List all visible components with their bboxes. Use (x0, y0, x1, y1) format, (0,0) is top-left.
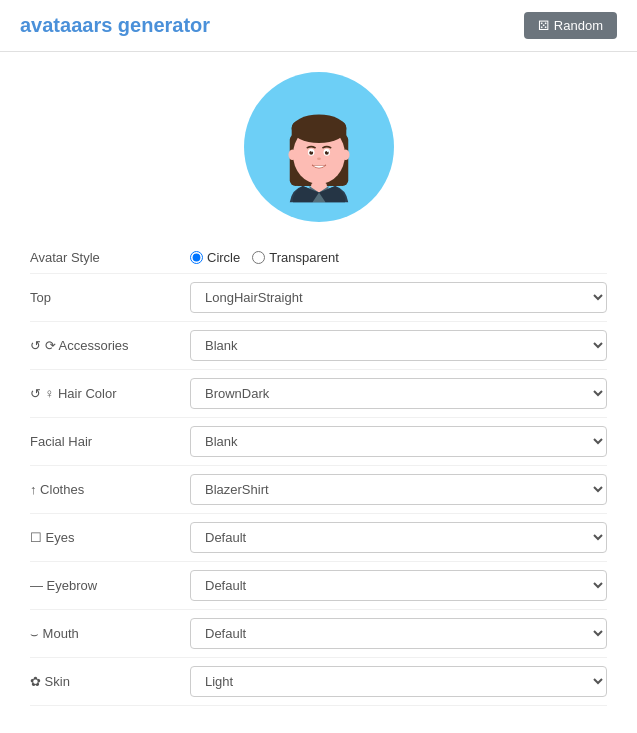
facial-hair-label: Facial Hair (30, 434, 190, 449)
avatar-preview-container (0, 52, 637, 232)
style-transparent-option[interactable]: Transparent (252, 250, 339, 265)
hair-color-row: ↺ ♀ Hair ColorAuburnBlackBlondeBlondeGol… (30, 370, 607, 418)
avatar-style-label: Avatar Style (30, 250, 190, 265)
eyebrow-value: DefaultAngryAngryNaturalDefaultNaturalFl… (190, 570, 607, 601)
svg-point-10 (311, 151, 312, 152)
hair-color-label: ↺ ♀ Hair Color (30, 386, 190, 401)
style-transparent-label: Transparent (269, 250, 339, 265)
top-value: LongHairStraightLongHairCurlyShortHairSh… (190, 282, 607, 313)
facial-hair-value: BlankBeardMediumBeardLightBeardMagesticM… (190, 426, 607, 457)
random-button-label: Random (554, 18, 603, 33)
eyebrow-select[interactable]: DefaultAngryAngryNaturalDefaultNaturalFl… (190, 570, 607, 601)
clothes-row: ↑ ClothesBlazerShirtBlazerSweaterCollarS… (30, 466, 607, 514)
style-transparent-radio[interactable] (252, 251, 265, 264)
avatar-style-row: Avatar Style Circle Transparent (30, 242, 607, 274)
mouth-value: DefaultConcernedDisbeliefEatingGrimaceSa… (190, 618, 607, 649)
mouth-select[interactable]: DefaultConcernedDisbeliefEatingGrimaceSa… (190, 618, 607, 649)
eyes-label: ☐ Eyes (30, 530, 190, 545)
skin-label: ✿ Skin (30, 674, 190, 689)
eyes-value: DefaultCloseCryDizzyEyeRollHappyHeartsSi… (190, 522, 607, 553)
svg-point-13 (288, 150, 296, 160)
style-circle-label: Circle (207, 250, 240, 265)
style-circle-radio[interactable] (190, 251, 203, 264)
mouth-row: ⌣ MouthDefaultConcernedDisbeliefEatingGr… (30, 610, 607, 658)
eyebrow-label: — Eyebrow (30, 578, 190, 593)
controls-container: Avatar Style Circle Transparent TopLongH… (0, 232, 637, 726)
top-label: Top (30, 290, 190, 305)
svg-point-12 (317, 157, 321, 160)
app-title: avataaars generator (20, 14, 210, 37)
eyes-select[interactable]: DefaultCloseCryDizzyEyeRollHappyHeartsSi… (190, 522, 607, 553)
clothes-label: ↑ Clothes (30, 482, 190, 497)
avatar-svg (254, 82, 384, 212)
hair-color-select[interactable]: AuburnBlackBlondeBlondeGoldenBrownBrownD… (190, 378, 607, 409)
dice-icon: ⚄ (538, 18, 549, 33)
clothes-value: BlazerShirtBlazerSweaterCollarSweaterGra… (190, 474, 607, 505)
accessories-label: ↺ ⟳ Accessories (30, 338, 190, 353)
hair-color-value: AuburnBlackBlondeBlondeGoldenBrownBrownD… (190, 378, 607, 409)
accessories-value: BlankKurtPrescription01Prescription02Rou… (190, 330, 607, 361)
top-select[interactable]: LongHairStraightLongHairCurlyShortHairSh… (190, 282, 607, 313)
header: avataaars generator ⚄ Random (0, 0, 637, 52)
svg-point-8 (309, 151, 313, 155)
skin-row: ✿ SkinTannedYellowPaleLightBrownDarkBrow… (30, 658, 607, 706)
svg-point-9 (324, 151, 328, 155)
facial-hair-row: Facial HairBlankBeardMediumBeardLightBea… (30, 418, 607, 466)
avatar-style-options: Circle Transparent (190, 250, 607, 265)
eyes-row: ☐ EyesDefaultCloseCryDizzyEyeRollHappyHe… (30, 514, 607, 562)
footer-note: More options coming soon, subscribe for … (0, 726, 637, 733)
style-circle-option[interactable]: Circle (190, 250, 240, 265)
eyebrow-row: — EyebrowDefaultAngryAngryNaturalDefault… (30, 562, 607, 610)
random-button[interactable]: ⚄ Random (524, 12, 617, 39)
clothes-select[interactable]: BlazerShirtBlazerSweaterCollarSweaterGra… (190, 474, 607, 505)
skin-select[interactable]: TannedYellowPaleLightBrownDarkBrownBlack (190, 666, 607, 697)
skin-value: TannedYellowPaleLightBrownDarkBrownBlack (190, 666, 607, 697)
avatar-circle (244, 72, 394, 222)
svg-point-11 (326, 151, 327, 152)
svg-point-14 (341, 150, 349, 160)
accessories-select[interactable]: BlankKurtPrescription01Prescription02Rou… (190, 330, 607, 361)
accessories-row: ↺ ⟳ AccessoriesBlankKurtPrescription01Pr… (30, 322, 607, 370)
dynamic-control-rows: TopLongHairStraightLongHairCurlyShortHai… (30, 274, 607, 706)
top-row: TopLongHairStraightLongHairCurlyShortHai… (30, 274, 607, 322)
facial-hair-select[interactable]: BlankBeardMediumBeardLightBeardMagesticM… (190, 426, 607, 457)
svg-point-5 (291, 115, 346, 144)
mouth-label: ⌣ Mouth (30, 626, 190, 642)
